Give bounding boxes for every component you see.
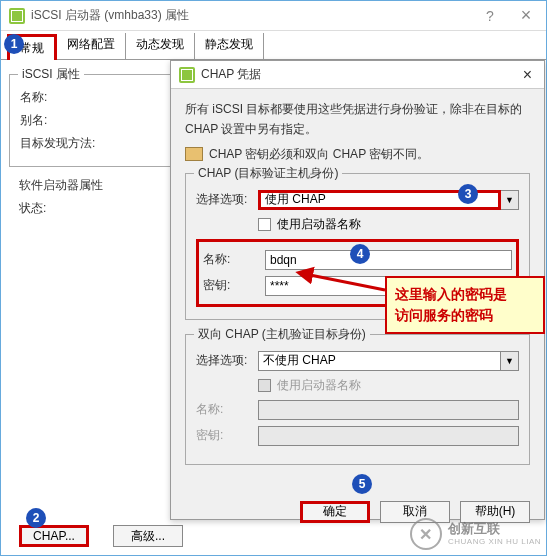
main-bottom-buttons: CHAP... 高级...: [19, 525, 183, 547]
instruction2-text: CHAP 密钥必须和双向 CHAP 密钥不同。: [209, 146, 429, 163]
chap-badge-icon: [185, 147, 203, 161]
chap-select-label: 选择选项:: [196, 191, 258, 208]
callout-arrow: [300, 270, 390, 303]
annotation-5: 5: [352, 474, 372, 494]
mutual-use-initiator-label: 使用启动器名称: [277, 377, 361, 394]
callout-box: 这里输入的密码是 访问服务的密码: [385, 276, 545, 334]
use-initiator-checkbox[interactable]: [258, 218, 271, 231]
tab-network[interactable]: 网络配置: [57, 33, 126, 59]
iscsi-legend: iSCSI 属性: [18, 66, 84, 83]
mutual-legend: 双向 CHAP (主机验证目标身份): [194, 326, 370, 343]
titlebar: iSCSI 启动器 (vmhba33) 属性 ? ×: [1, 1, 546, 31]
mutual-select-dropdown[interactable]: [258, 351, 501, 371]
mutual-chap-fieldset: 双向 CHAP (主机验证目标身份) 选择选项: ▼ 使用启动器名称 名称: 密…: [185, 334, 530, 465]
watermark-sub: CHUANG XIN HU LIAN: [448, 537, 541, 546]
help-icon[interactable]: ?: [478, 6, 502, 26]
discovery-label: 目标发现方法:: [20, 135, 110, 152]
mutual-key-input: [258, 426, 519, 446]
chap-name-label: 名称:: [203, 251, 265, 268]
tabs-row: 常规 网络配置 动态发现 静态发现: [1, 31, 546, 60]
annotation-1: 1: [4, 34, 24, 54]
watermark-brand: 创新互联: [448, 522, 541, 536]
chap-button[interactable]: CHAP...: [19, 525, 89, 547]
instruction-text: 所有 iSCSI 目标都要使用这些凭据进行身份验证，除非在目标的 CHAP 设置…: [185, 99, 530, 140]
watermark: ✕ 创新互联 CHUANG XIN HU LIAN: [410, 518, 541, 550]
annotation-2: 2: [26, 508, 46, 528]
close-icon[interactable]: ×: [514, 6, 538, 26]
annotation-4: 4: [350, 244, 370, 264]
chevron-down-icon[interactable]: ▼: [501, 351, 519, 371]
vmware-icon: [179, 67, 195, 83]
window-title: iSCSI 启动器 (vmhba33) 属性: [31, 7, 478, 24]
close-icon[interactable]: ×: [519, 66, 536, 84]
use-initiator-label: 使用启动器名称: [277, 216, 361, 233]
mutual-key-label: 密钥:: [196, 427, 258, 444]
chap-key-label: 密钥:: [203, 277, 265, 294]
alias-label: 别名:: [20, 112, 110, 129]
chap-legend: CHAP (目标验证主机身份): [194, 165, 342, 182]
dialog-titlebar: CHAP 凭据 ×: [171, 61, 544, 89]
chevron-down-icon[interactable]: ▼: [501, 190, 519, 210]
mutual-use-initiator-checkbox: [258, 379, 271, 392]
name-label: 名称:: [20, 89, 110, 106]
vmware-icon: [9, 8, 25, 24]
dialog-title: CHAP 凭据: [201, 66, 519, 83]
watermark-logo-icon: ✕: [410, 518, 442, 550]
tab-dynamic[interactable]: 动态发现: [126, 33, 195, 59]
callout-line1: 这里输入的密码是: [395, 284, 535, 305]
svg-line-1: [310, 275, 385, 290]
status-label: 状态:: [19, 200, 109, 217]
ok-button[interactable]: 确定: [300, 501, 370, 523]
mutual-name-input: [258, 400, 519, 420]
callout-line2: 访问服务的密码: [395, 305, 535, 326]
mutual-name-label: 名称:: [196, 401, 258, 418]
window-controls: ? ×: [478, 6, 538, 26]
tab-static[interactable]: 静态发现: [195, 33, 264, 59]
chap-name-input[interactable]: [265, 250, 512, 270]
annotation-3: 3: [458, 184, 478, 204]
instruction2: CHAP 密钥必须和双向 CHAP 密钥不同。: [185, 146, 530, 163]
mutual-select-label: 选择选项:: [196, 352, 258, 369]
